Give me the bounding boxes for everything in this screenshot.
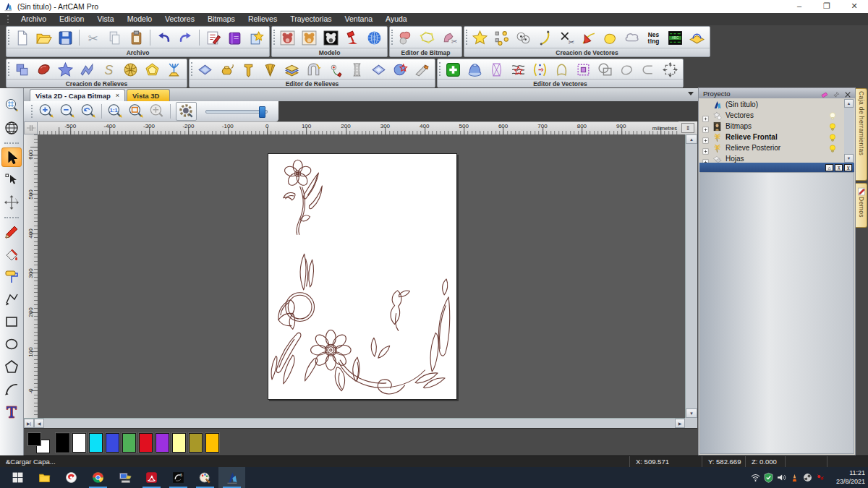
toolbar-icon[interactable]: [141, 60, 163, 79]
visibility-bulb-icon[interactable]: [828, 143, 837, 153]
toolbar-icon[interactable]: ✂: [82, 28, 103, 47]
scroll-down-icon[interactable]: ▼: [844, 154, 854, 163]
zoom-object-icon[interactable]: [146, 102, 167, 121]
collapse-icon[interactable]: ⊼: [835, 164, 843, 171]
drawing-tool[interactable]: [1, 192, 22, 212]
menu-item[interactable]: Edicion: [53, 13, 90, 25]
toolbar-icon[interactable]: [153, 28, 174, 47]
pane-split-icon[interactable]: ▶|: [24, 419, 34, 428]
expand-icon[interactable]: [702, 145, 709, 151]
home-icon[interactable]: ⌂: [825, 164, 833, 171]
close-button[interactable]: ✕: [841, 0, 868, 13]
toolbar-icon[interactable]: [163, 60, 184, 79]
toolbar-icon[interactable]: [196, 28, 202, 47]
drawing-tool[interactable]: [1, 334, 22, 354]
menu-item[interactable]: Modelo: [121, 13, 158, 25]
color-swatch[interactable]: [89, 433, 103, 453]
toolbar-icon[interactable]: [394, 28, 416, 47]
toolbar-icon[interactable]: [11, 28, 33, 47]
zoom-out-icon[interactable]: [56, 102, 77, 121]
toolbar-icon[interactable]: [594, 60, 616, 79]
toolbar-icon[interactable]: ✂: [438, 28, 459, 47]
tray-icon[interactable]: [789, 472, 801, 484]
toolbar-icon[interactable]: [416, 28, 438, 47]
tree-item[interactable]: Bitmaps: [699, 121, 844, 132]
tray-icon[interactable]: [815, 472, 827, 484]
tab-close-icon[interactable]: ×: [116, 92, 119, 99]
taskbar-app-icon[interactable]: [31, 467, 58, 488]
drawing-tool[interactable]: [1, 170, 22, 189]
toolbar-icon[interactable]: [324, 60, 346, 79]
color-swatch[interactable]: [189, 433, 203, 453]
foreground-background-colors[interactable]: [27, 432, 52, 454]
scroll-right-icon[interactable]: ▶: [675, 419, 685, 428]
toolbar-icon[interactable]: [659, 60, 681, 79]
toolbar-icon[interactable]: [686, 28, 707, 47]
drawing-tool[interactable]: [1, 356, 22, 376]
vertical-scrollbar[interactable]: ▲ ▼: [685, 134, 697, 418]
drawing-tool[interactable]: [1, 267, 22, 286]
menu-item[interactable]: Relieves: [242, 13, 284, 25]
foreground-color-swatch[interactable]: [27, 432, 41, 446]
toolbar-icon[interactable]: [76, 60, 98, 79]
toolbar-icon[interactable]: [298, 28, 320, 47]
view-options-button[interactable]: [176, 102, 197, 121]
toolbar-icon[interactable]: [389, 60, 411, 79]
demos-tab[interactable]: Demos: [856, 183, 867, 228]
tray-icon[interactable]: [802, 472, 814, 484]
drawing-tool[interactable]: [1, 118, 22, 137]
toolbar-icon[interactable]: [621, 28, 642, 47]
toolbar-icon[interactable]: [346, 60, 367, 79]
toolbar-icon[interactable]: [442, 60, 464, 79]
toolbar-icon[interactable]: [469, 28, 490, 47]
toolbar-icon[interactable]: [103, 28, 125, 47]
zoom-slider[interactable]: [205, 110, 268, 114]
toolbar-icon[interactable]: [637, 60, 659, 79]
taskbar-app-icon[interactable]: [192, 467, 218, 488]
toolbar-icon[interactable]: [202, 28, 224, 47]
toolbar-icon[interactable]: [245, 28, 267, 47]
taskbar-app-icon[interactable]: [111, 467, 138, 488]
drawing-tool[interactable]: [1, 312, 22, 331]
scroll-left-icon[interactable]: ◀: [34, 419, 44, 428]
toolbar-icon[interactable]: [11, 60, 33, 79]
toolbar-icon[interactable]: [54, 60, 76, 79]
expand-icon[interactable]: [702, 134, 709, 140]
toolbar-icon[interactable]: [54, 28, 76, 47]
taskbar-app-icon[interactable]: [58, 467, 85, 488]
toolbar-icon[interactable]: [550, 60, 572, 79]
horizontal-scrollbar[interactable]: ▶| ◀ ▶: [24, 418, 685, 428]
tree-item[interactable]: Relieve Frontal: [699, 132, 844, 142]
color-swatch[interactable]: [106, 433, 119, 453]
panel-close-icon[interactable]: [843, 89, 853, 98]
toolbar-icon[interactable]: [237, 60, 259, 79]
toolbar-icon[interactable]: [76, 28, 82, 47]
toolbox-tab[interactable]: Caja de herramientas: [856, 88, 867, 181]
taskbar-app-icon[interactable]: [4, 467, 31, 488]
toolbar-icon[interactable]: Nest!ng: [642, 28, 664, 47]
visibility-bulb-icon[interactable]: [828, 100, 837, 109]
tree-item[interactable]: Hojas: [699, 153, 844, 163]
tree-item[interactable]: Vectores: [699, 110, 844, 121]
toolbar-icon[interactable]: [529, 60, 550, 79]
zoom-in-icon[interactable]: [35, 102, 56, 121]
tree-item[interactable]: Relieve Posterior: [699, 142, 844, 153]
menu-item[interactable]: Vectores: [158, 13, 201, 25]
visibility-bulb-icon[interactable]: [828, 111, 837, 120]
zoom-previous-icon[interactable]: [77, 102, 98, 121]
scroll-up-icon[interactable]: ▲: [844, 99, 854, 108]
taskbar-app-icon[interactable]: 6: [165, 467, 192, 488]
tab-list-dropdown-icon[interactable]: [688, 92, 694, 98]
toolbar-icon[interactable]: [281, 60, 302, 79]
zoom-1to1-icon[interactable]: 1:1: [104, 102, 125, 121]
expand-icon[interactable]: [702, 101, 709, 108]
toolbar-icon[interactable]: [33, 60, 54, 79]
pin-icon[interactable]: [832, 89, 841, 98]
expand-icon[interactable]: [702, 112, 709, 119]
toolbar-icon[interactable]: [119, 60, 141, 79]
menu-item[interactable]: Ayuda: [379, 13, 414, 25]
color-swatch[interactable]: [72, 433, 86, 453]
tray-icon[interactable]: [763, 472, 775, 484]
tray-icon[interactable]: [776, 472, 788, 484]
zoom-slider-handle[interactable]: [259, 106, 265, 118]
